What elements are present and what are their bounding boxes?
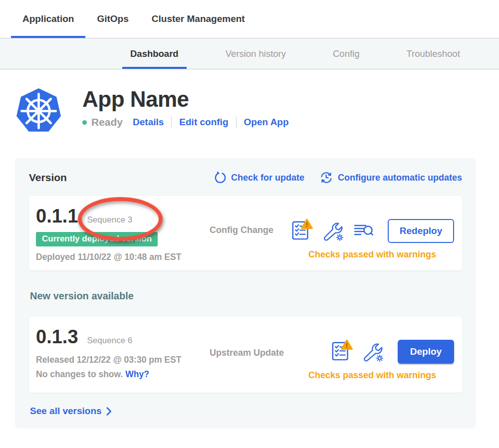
chevron-right-icon bbox=[106, 407, 112, 416]
preflight-checks-icon[interactable] bbox=[291, 218, 313, 241]
sequence-label: Sequence 6 bbox=[87, 336, 133, 346]
app-header: App Name Ready Details Edit config Open … bbox=[0, 69, 499, 135]
why-link[interactable]: Why? bbox=[125, 369, 149, 379]
no-changes-text: No changes to show. bbox=[36, 369, 123, 379]
tab-application[interactable]: Application bbox=[11, 0, 85, 38]
preflight-checks-icon[interactable] bbox=[331, 338, 353, 362]
tab-cluster-management[interactable]: Cluster Management bbox=[140, 0, 256, 38]
tab-gitops[interactable]: GitOps bbox=[85, 0, 140, 38]
check-for-update-link[interactable]: Check for update bbox=[214, 172, 304, 184]
divider bbox=[236, 117, 237, 128]
checks-status-text: Checks passed with warnings bbox=[290, 249, 454, 260]
version-source-label: Upstream Update bbox=[210, 326, 290, 381]
new-version-heading: New version available bbox=[30, 290, 462, 302]
see-all-versions-link[interactable]: See all versions bbox=[30, 406, 112, 417]
version-panel-title: Version bbox=[29, 172, 67, 184]
schedule-update-icon bbox=[319, 171, 333, 184]
checks-status-text: Checks passed with warnings bbox=[290, 370, 454, 381]
tab-config[interactable]: Config bbox=[325, 38, 367, 69]
configure-automatic-updates-label: Configure automatic updates bbox=[338, 173, 462, 183]
tab-troubleshoot[interactable]: Troubleshoot bbox=[398, 38, 468, 69]
divider bbox=[171, 117, 172, 128]
configure-automatic-updates-link[interactable]: Configure automatic updates bbox=[319, 171, 462, 184]
open-app-link[interactable]: Open App bbox=[244, 117, 289, 128]
check-for-update-label: Check for update bbox=[231, 173, 304, 183]
edit-config-link[interactable]: Edit config bbox=[179, 117, 228, 128]
version-number: 0.1.3 bbox=[36, 326, 78, 348]
deployed-version-card: 0.1.1 Sequence 3 Currently deployed vers… bbox=[29, 196, 462, 270]
warning-triangle-icon bbox=[302, 220, 312, 228]
app-sub-nav: Dashboard Version history Config Trouble… bbox=[0, 38, 499, 69]
details-link[interactable]: Details bbox=[133, 117, 164, 128]
redeploy-button[interactable]: Redeploy bbox=[388, 219, 454, 243]
view-files-icon[interactable] bbox=[354, 223, 374, 239]
currently-deployed-badge: Currently deployed version bbox=[36, 232, 158, 246]
version-source-label: Config Change bbox=[210, 205, 290, 262]
refresh-icon bbox=[214, 172, 227, 184]
top-nav: Application GitOps Cluster Management bbox=[0, 0, 499, 38]
config-wrench-icon[interactable] bbox=[323, 221, 344, 241]
released-timestamp: Released 12/12/22 @ 03:30 pm EST bbox=[36, 355, 210, 365]
version-panel: Version Check for update bbox=[15, 158, 476, 429]
tab-version-history[interactable]: Version history bbox=[218, 38, 294, 69]
see-all-versions-label: See all versions bbox=[30, 406, 102, 417]
page-title: App Name bbox=[82, 87, 289, 111]
sequence-label: Sequence 3 bbox=[87, 215, 133, 225]
version-number: 0.1.1 bbox=[36, 205, 78, 227]
deploy-button[interactable]: Deploy bbox=[398, 340, 454, 364]
status-dot bbox=[82, 120, 87, 125]
available-version-card: 0.1.3 Sequence 6 Released 12/12/22 @ 03:… bbox=[29, 317, 462, 393]
config-wrench-icon[interactable] bbox=[363, 341, 384, 362]
status-badge: Ready bbox=[91, 116, 123, 128]
warning-triangle-icon bbox=[342, 340, 352, 349]
tab-dashboard[interactable]: Dashboard bbox=[122, 38, 187, 69]
deployed-timestamp: Deployed 11/10/22 @ 10:48 am EST bbox=[36, 252, 210, 262]
kubernetes-logo bbox=[15, 87, 62, 135]
